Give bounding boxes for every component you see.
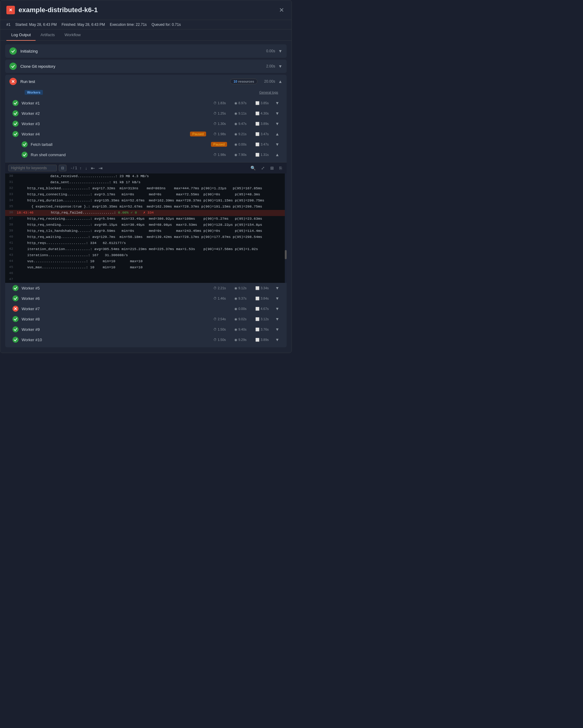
- worker-row-4[interactable]: Worker #4 Paused ⏱1.98s ◉9.21s ⬜3.47s ▲: [9, 129, 282, 139]
- tab-artifacts[interactable]: Artifacts: [35, 29, 59, 41]
- worker-row-8[interactable]: Worker #8 ⏱2.54s ◉9.02s ⬜3.12s ▼: [9, 314, 282, 324]
- worker-row-2[interactable]: Worker #2 ⏱1.25s ◉9.11s ⬜4.30s ▼: [9, 108, 282, 119]
- highlight-keywords-input[interactable]: [8, 165, 57, 172]
- worker-icon-9: [12, 326, 19, 332]
- worker-metric-time3-8: ⬜3.12s: [255, 317, 272, 321]
- resources-badge: 10 resources: [230, 79, 257, 84]
- content-area: Initializing 0.00s ▼ Clone Git repositor…: [0, 41, 292, 353]
- worker-icon-8: [12, 316, 19, 322]
- general-logs-button[interactable]: General logs: [259, 90, 278, 94]
- chevron-down-icon-clone-git: ▼: [278, 64, 282, 69]
- queued-label: Queued for: 0.71s: [152, 23, 181, 27]
- log-output-panel[interactable]: 30 data_received..................: 23 M…: [5, 174, 287, 283]
- log-nav-down-button[interactable]: ↓: [84, 165, 88, 171]
- worker-row-5[interactable]: Worker #5 ⏱2.21s ◉9.12s ⬜3.34s ▼: [9, 283, 282, 293]
- log-line-30: 30 data_received..................: 23 M…: [5, 174, 287, 180]
- log-line-44: 44 vus.........................: 10 min=…: [5, 259, 287, 265]
- log-copy-button[interactable]: ⎘: [278, 164, 284, 172]
- worker-metric-time2-5: ◉9.12s: [234, 286, 251, 290]
- log-line-43: 43 iterations...................: 167 31…: [5, 253, 287, 259]
- run-test-time: 20.00s: [264, 79, 275, 83]
- substep-metric-time3-fetch: ⬜3.47s: [255, 142, 272, 147]
- scrollbar-thumb[interactable]: [285, 250, 287, 259]
- worker-icon-4: [12, 131, 19, 137]
- log-line-41: 41 http_reqs...................: 334 62.…: [5, 240, 287, 246]
- worker-metric-time2-3: ◉9.47s: [234, 122, 251, 126]
- worker-icon-7: [12, 306, 19, 312]
- worker-metric-time1-6: ⏱1.46s: [213, 296, 230, 300]
- worker-metric-time1-4: ⏱1.98s: [213, 132, 230, 136]
- chevron-down-icon-w3: ▼: [275, 121, 279, 126]
- title-icon: ✕: [6, 6, 15, 14]
- worker-metric-time2-10: ◉9.29s: [234, 338, 251, 342]
- log-toolbar: ⊟ - / 1 ↑ ↓ ⇤ ⇥ 🔍 ⤢ ⊞ ⎘: [5, 162, 287, 174]
- log-line-31: 31 data_sent...................: 91 kB 1…: [5, 180, 287, 186]
- log-line-34: 34 http_req_duration.............: avg=1…: [5, 198, 287, 204]
- title-row: ✕ example-distributed-k6-1: [6, 6, 98, 14]
- workers-tag: Workers: [25, 90, 43, 95]
- chevron-up-icon-run-test: ▲: [278, 79, 282, 84]
- log-nav-last-button[interactable]: ⇥: [97, 165, 104, 172]
- worker-name-9: Worker #9: [22, 327, 209, 332]
- worker-metric-time1-3: ⏱1.30s: [213, 122, 230, 126]
- worker-icon-1: [12, 100, 19, 106]
- worker-name-6: Worker #6: [22, 296, 209, 301]
- log-nav-label: - / 1: [71, 166, 77, 170]
- worker-row-10[interactable]: Worker #10 ⏱1.50s ◉9.29s ⬜3.89s ▼: [9, 335, 282, 345]
- worker-metric-time3-6: ⬜3.84s: [255, 296, 272, 301]
- worker-name-7: Worker #7: [22, 307, 230, 311]
- scrollbar-track[interactable]: [285, 174, 287, 283]
- chevron-down-icon-w1: ▼: [275, 101, 279, 105]
- close-button[interactable]: ✕: [278, 5, 285, 15]
- worker-icon-6: [12, 295, 19, 302]
- log-search-button[interactable]: 🔍: [249, 164, 257, 172]
- worker-metric-time3-9: ⬜3.76s: [255, 328, 272, 332]
- substep-metric-time3-shell: ⬜1.31s: [255, 153, 272, 157]
- worker-name-2: Worker #2: [22, 111, 209, 116]
- workers-tag-row: Workers General logs: [5, 88, 287, 98]
- substep-run-shell[interactable]: Run shell command ⏱1.98s ◉7.90s ⬜1.31s ▲: [9, 150, 282, 160]
- log-line-33: 33 http_req_connecting...........: avg=3…: [5, 192, 287, 198]
- started-value: May 28, 6:43 PM: [29, 23, 57, 27]
- step-initializing[interactable]: Initializing 0.00s ▼: [5, 44, 287, 58]
- step-run-test: Run test 10 resources 20.00s ▲ Workers G…: [5, 75, 287, 347]
- log-nav-up-button[interactable]: ↑: [78, 165, 83, 171]
- log-navigation: - / 1 ↑ ↓ ⇤ ⇥: [71, 165, 104, 172]
- tab-workflow[interactable]: Workflow: [59, 29, 85, 41]
- chevron-down-icon-w5: ▼: [275, 286, 279, 290]
- worker-name-3: Worker #3: [22, 122, 209, 126]
- log-fullscreen-button[interactable]: ⊞: [269, 164, 276, 172]
- chevron-down-icon-fetch: ▼: [275, 142, 279, 147]
- substep-metric-time1-shell: ⏱1.98s: [213, 153, 230, 156]
- finished-value: May 28, 6:43 PM: [77, 23, 105, 27]
- worker-row-9[interactable]: Worker #9 ⏱1.50s ◉9.40s ⬜3.76s ▼: [9, 324, 282, 335]
- worker-metric-time3-7: ⬜4.67s: [255, 307, 272, 311]
- chevron-down-icon-w7: ▼: [275, 306, 279, 311]
- chevron-down-icon-initializing: ▼: [278, 49, 282, 53]
- worker-row-6[interactable]: Worker #6 ⏱1.46s ◉9.37s ⬜3.84s ▼: [9, 293, 282, 304]
- log-line-35: 35 { expected_response:true }.: avg=135.…: [5, 204, 287, 210]
- worker-metric-time2-6: ◉9.37s: [234, 296, 251, 301]
- tab-log-output[interactable]: Log Output: [6, 29, 35, 41]
- run-test-header[interactable]: Run test 10 resources 20.00s ▲: [5, 75, 287, 88]
- worker-metric-time2-8: ◉9.02s: [234, 317, 251, 321]
- step-time-initializing: 0.00s: [266, 49, 275, 53]
- worker-metric-time1-1: ⏱1.83s: [213, 101, 230, 105]
- worker-metric-time1-2: ⏱1.25s: [213, 111, 230, 115]
- step-clone-git[interactable]: Clone Git repository 2.00s ▼: [5, 59, 287, 73]
- worker-row-1[interactable]: Worker #1 ⏱1.83s ◉8.97s ⬜3.85s ▼: [9, 98, 282, 108]
- log-nav-first-button[interactable]: ⇤: [90, 165, 96, 172]
- worker-row-7[interactable]: Worker #7 ◉0.00s ⬜4.67s ▼: [9, 304, 282, 314]
- execution-value: 22.71s: [136, 23, 147, 27]
- worker-metric-time1-10: ⏱1.50s: [213, 338, 230, 341]
- started-label: Started: May 28, 6:43 PM: [15, 23, 56, 27]
- tab-bar: Log Output Artifacts Workflow: [0, 29, 292, 41]
- worker-row-3[interactable]: Worker #3 ⏱1.30s ◉9.47s ⬜3.89s ▼: [9, 119, 282, 129]
- filter-button[interactable]: ⊟: [59, 165, 67, 172]
- worker-metric-time3-5: ⬜3.34s: [255, 286, 272, 290]
- meta-row: #1 Started: May 28, 6:43 PM Finished: Ma…: [0, 20, 292, 29]
- log-expand-button[interactable]: ⤢: [259, 164, 267, 172]
- run-number: #1: [6, 23, 10, 27]
- log-line-40: 40 http_req_waiting.............: avg=12…: [5, 234, 287, 240]
- substep-fetch-tarball[interactable]: Fetch tarball Paused ◉0.00s ⬜3.47s ▼: [9, 139, 282, 150]
